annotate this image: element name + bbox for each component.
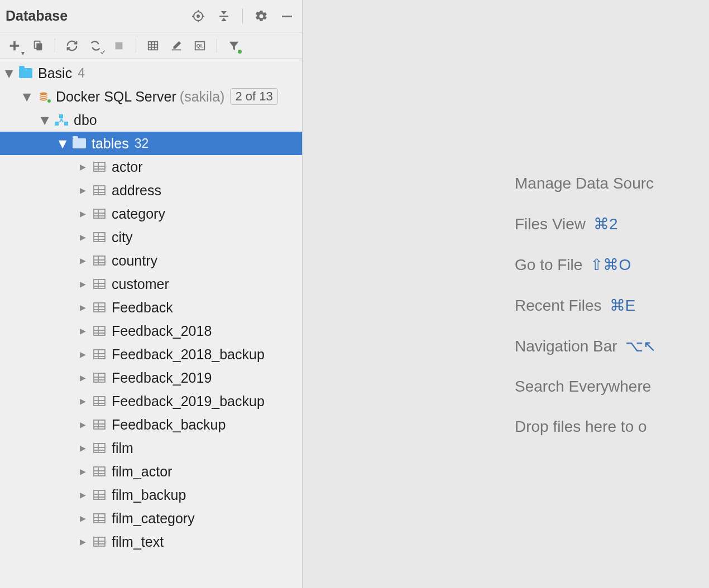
- collapse-all-icon[interactable]: [214, 7, 233, 26]
- chevron-right-icon[interactable]: ▶: [77, 420, 88, 429]
- tree-node-table[interactable]: ▶Feedback_2018_backup: [0, 343, 302, 366]
- panel-title-actions: [189, 7, 296, 26]
- tree-node-schema[interactable]: ▼ dbo: [0, 108, 302, 132]
- welcome-action[interactable]: Manage Data Sourc: [515, 175, 709, 192]
- table-icon: [92, 185, 107, 195]
- welcome-action[interactable]: Files View⌘2: [515, 215, 709, 233]
- table-icon: [92, 373, 107, 383]
- panel-title-bar: Database: [0, 0, 302, 32]
- chevron-right-icon[interactable]: ▶: [77, 326, 88, 335]
- filter-button[interactable]: [225, 37, 243, 55]
- table-icon: [92, 349, 107, 359]
- duplicate-button[interactable]: [29, 37, 47, 55]
- tree-node-label: film_actor: [112, 464, 172, 480]
- chevron-down-icon[interactable]: ▼: [39, 112, 50, 128]
- welcome-actions: Manage Data SourcFiles View⌘2Go to File⇧…: [515, 175, 709, 436]
- tree-node-table[interactable]: ▶city: [0, 225, 302, 249]
- tree-node-table[interactable]: ▶film_actor: [0, 460, 302, 483]
- database-tree[interactable]: ▼ Basic 4 ▼ Docker SQL Server (sakila) 2…: [0, 59, 302, 588]
- chevron-right-icon[interactable]: ▶: [77, 350, 88, 359]
- tree-node-table[interactable]: ▶film_backup: [0, 483, 302, 507]
- welcome-action-label: Manage Data Sourc: [515, 175, 654, 192]
- tree-node-label: Feedback_2019: [112, 370, 212, 386]
- table-icon: [92, 466, 107, 476]
- chevron-right-icon[interactable]: ▶: [77, 397, 88, 406]
- tree-node-label: Basic: [38, 65, 72, 81]
- tree-node-label: category: [112, 206, 165, 222]
- tree-node-tables-folder[interactable]: ▼ tables 32: [0, 132, 302, 155]
- welcome-action[interactable]: Drop files here to o: [515, 418, 709, 436]
- chevron-right-icon[interactable]: ▶: [77, 537, 88, 546]
- table-icon: [92, 490, 107, 500]
- chevron-down-icon[interactable]: ▼: [57, 136, 68, 152]
- tree-node-badge: 2 of 13: [230, 88, 277, 105]
- chevron-right-icon[interactable]: ▶: [77, 490, 88, 499]
- chevron-right-icon[interactable]: ▶: [77, 256, 88, 265]
- tree-node-count: 4: [78, 66, 85, 81]
- tree-node-label: Feedback_2019_backup: [112, 393, 265, 409]
- chevron-right-icon[interactable]: ▶: [77, 444, 88, 452]
- tree-node-label: tables: [92, 136, 129, 152]
- tree-node-table[interactable]: ▶country: [0, 249, 302, 272]
- chevron-right-icon[interactable]: ▶: [77, 233, 88, 242]
- tree-node-table[interactable]: ▶film_category: [0, 507, 302, 530]
- tree-node-label: film: [112, 440, 133, 456]
- keyboard-shortcut: ⌘E: [610, 296, 636, 315]
- table-view-button[interactable]: [144, 37, 162, 55]
- tree-node-table[interactable]: ▶film: [0, 436, 302, 460]
- welcome-action-label: Drop files here to o: [515, 418, 647, 436]
- chevron-down-icon[interactable]: ▼: [3, 65, 15, 81]
- tree-node-table[interactable]: ▶Feedback_2019_backup: [0, 389, 302, 413]
- tree-node-table[interactable]: ▶Feedback_backup: [0, 413, 302, 436]
- tree-node-datasource[interactable]: ▼ Docker SQL Server (sakila) 2 of 13: [0, 85, 302, 108]
- tree-node-label: film_backup: [112, 487, 186, 503]
- gear-icon[interactable]: [252, 7, 271, 26]
- add-button[interactable]: ▾: [6, 37, 23, 55]
- tree-node-table[interactable]: ▶Feedback_2019: [0, 366, 302, 389]
- edit-button[interactable]: [167, 37, 185, 55]
- welcome-action-label: Recent Files: [515, 297, 602, 315]
- tree-node-table[interactable]: ▶film_text: [0, 530, 302, 553]
- chevron-right-icon[interactable]: ▶: [77, 467, 88, 476]
- chevron-right-icon[interactable]: ▶: [77, 514, 88, 523]
- tree-node-table[interactable]: ▶actor: [0, 155, 302, 179]
- welcome-action[interactable]: Recent Files⌘E: [515, 296, 709, 315]
- svg-rect-14: [116, 42, 123, 49]
- chevron-down-icon[interactable]: ▼: [21, 89, 32, 105]
- chevron-right-icon[interactable]: ▶: [77, 303, 88, 312]
- welcome-action[interactable]: Navigation Bar⌥↖: [515, 337, 709, 355]
- tree-node-table[interactable]: ▶address: [0, 179, 302, 202]
- tree-node-count: 32: [135, 136, 149, 151]
- tree-node-table[interactable]: ▶customer: [0, 272, 302, 296]
- tree-node-group[interactable]: ▼ Basic 4: [0, 61, 302, 85]
- table-icon: [92, 209, 107, 219]
- welcome-action-label: Go to File: [515, 256, 582, 274]
- tree-node-label: address: [112, 182, 161, 199]
- chevron-right-icon[interactable]: ▶: [77, 373, 88, 382]
- panel-title: Database: [6, 8, 189, 24]
- sql-console-button[interactable]: QL: [191, 37, 209, 55]
- table-icon: [92, 302, 107, 312]
- tree-node-table[interactable]: ▶category: [0, 202, 302, 225]
- tree-node-table[interactable]: ▶Feedback_2018: [0, 319, 302, 343]
- refresh-button[interactable]: [63, 37, 81, 55]
- datasource-icon: [36, 91, 51, 102]
- welcome-action-label: Navigation Bar: [515, 338, 617, 355]
- sync-tool-button[interactable]: [87, 37, 104, 55]
- svg-rect-15: [148, 41, 158, 50]
- keyboard-shortcut: ⌥↖: [625, 337, 656, 355]
- table-icon: [92, 443, 107, 453]
- minimize-icon[interactable]: [277, 7, 296, 26]
- stop-button[interactable]: [110, 37, 128, 55]
- chevron-right-icon[interactable]: ▶: [77, 162, 88, 171]
- chevron-right-icon[interactable]: ▶: [77, 279, 88, 288]
- welcome-action[interactable]: Search Everywhere: [515, 378, 709, 396]
- chevron-right-icon[interactable]: ▶: [77, 209, 88, 218]
- tree-node-label: country: [112, 253, 157, 269]
- table-icon: [92, 256, 107, 266]
- tree-node-table[interactable]: ▶Feedback: [0, 296, 302, 319]
- chevron-right-icon[interactable]: ▶: [77, 186, 88, 195]
- welcome-action[interactable]: Go to File⇧⌘O: [515, 256, 709, 274]
- svg-marker-8: [221, 18, 227, 21]
- target-icon[interactable]: [189, 7, 208, 26]
